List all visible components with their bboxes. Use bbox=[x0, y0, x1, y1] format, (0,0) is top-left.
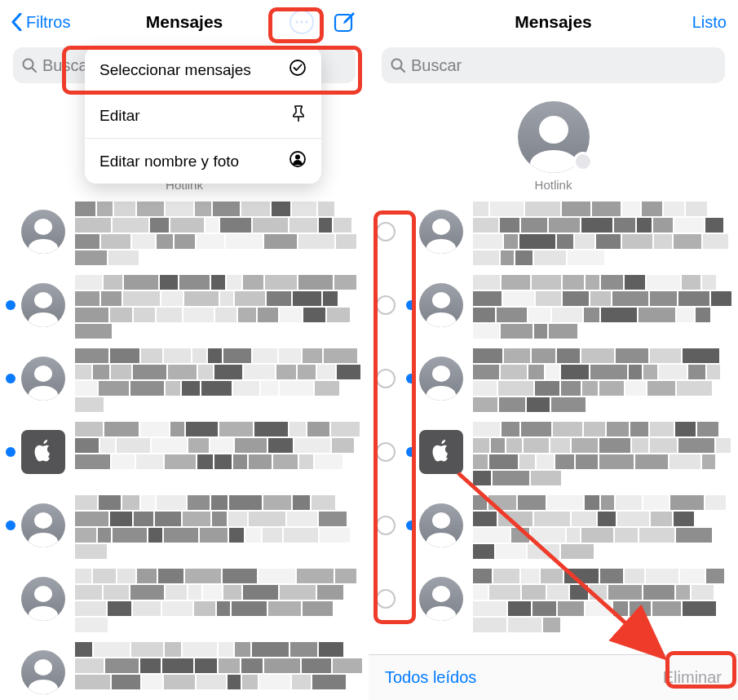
selection-checkbox[interactable] bbox=[369, 589, 403, 609]
svg-point-3 bbox=[305, 20, 307, 23]
delete-button[interactable]: Eliminar bbox=[663, 668, 722, 687]
conversation-row[interactable] bbox=[0, 562, 369, 636]
menu-edit-name-photo[interactable]: Editar nombre y foto bbox=[85, 139, 321, 184]
conversation-row[interactable] bbox=[369, 415, 738, 489]
search-placeholder: Buscar bbox=[411, 56, 462, 75]
selection-checkbox[interactable] bbox=[369, 516, 403, 535]
contact-avatar bbox=[21, 283, 65, 327]
contact-avatar bbox=[419, 210, 463, 254]
contact-avatar bbox=[21, 503, 65, 547]
mark-all-read-button[interactable]: Todos leídos bbox=[385, 668, 476, 687]
checkmark-circle-icon bbox=[289, 59, 307, 81]
svg-line-12 bbox=[401, 69, 405, 73]
contact-avatar bbox=[21, 210, 65, 254]
panel-right: Mensajes Listo Buscar Hotlink Todos leíd… bbox=[369, 0, 738, 700]
conversation-row[interactable] bbox=[369, 195, 738, 268]
unread-dot bbox=[406, 374, 416, 383]
message-preview bbox=[75, 348, 362, 409]
contact-avatar bbox=[419, 283, 463, 327]
context-menu: Seleccionar mensajes Editar Editar nombr… bbox=[85, 47, 321, 184]
message-preview bbox=[75, 569, 362, 629]
conversation-row[interactable] bbox=[369, 342, 738, 415]
message-preview bbox=[473, 202, 731, 262]
message-preview bbox=[75, 422, 362, 482]
pinned-label: Hotlink bbox=[535, 178, 572, 192]
conversation-row[interactable] bbox=[369, 268, 738, 342]
unread-dot bbox=[6, 300, 15, 310]
selection-checkbox[interactable] bbox=[369, 222, 403, 241]
menu-select-messages[interactable]: Seleccionar mensajes bbox=[85, 47, 321, 93]
unread-dot bbox=[406, 300, 416, 310]
menu-edit[interactable]: Editar bbox=[85, 93, 321, 139]
unread-dot bbox=[6, 374, 15, 383]
back-label: Filtros bbox=[26, 13, 70, 32]
more-icon[interactable] bbox=[289, 9, 315, 35]
svg-point-7 bbox=[290, 60, 305, 75]
search-icon bbox=[390, 57, 406, 73]
message-preview bbox=[473, 275, 731, 335]
contact-avatar bbox=[419, 577, 463, 621]
conversation-row[interactable] bbox=[0, 489, 369, 562]
selection-checkbox[interactable] bbox=[369, 369, 403, 388]
conversation-row[interactable] bbox=[0, 342, 369, 415]
unread-dot bbox=[406, 521, 416, 530]
contact-avatar bbox=[21, 650, 65, 694]
message-preview bbox=[75, 495, 362, 556]
apple-avatar-icon bbox=[21, 430, 65, 474]
unread-dot bbox=[406, 447, 416, 457]
contact-avatar bbox=[419, 357, 463, 401]
search-input[interactable]: Buscar bbox=[382, 47, 725, 83]
chevron-left-icon bbox=[11, 12, 23, 32]
pinned-contact[interactable]: Hotlink bbox=[369, 101, 738, 192]
svg-point-10 bbox=[295, 155, 300, 160]
conversation-row[interactable] bbox=[0, 415, 369, 489]
message-preview bbox=[473, 495, 731, 556]
message-preview bbox=[75, 275, 362, 335]
svg-line-6 bbox=[33, 69, 37, 73]
conversation-row[interactable] bbox=[369, 489, 738, 562]
menu-label: Seleccionar mensajes bbox=[99, 61, 251, 79]
message-preview bbox=[473, 348, 731, 409]
menu-label: Editar bbox=[99, 107, 140, 125]
person-circle-icon bbox=[289, 150, 307, 172]
message-preview bbox=[75, 202, 362, 262]
svg-point-5 bbox=[24, 60, 33, 69]
conversation-row[interactable] bbox=[0, 636, 369, 700]
message-preview bbox=[75, 642, 362, 700]
svg-point-1 bbox=[295, 20, 298, 23]
header-left-panel: Filtros Mensajes bbox=[0, 0, 369, 44]
header-right-panel: Mensajes Listo bbox=[369, 0, 738, 44]
compose-icon[interactable] bbox=[333, 10, 357, 34]
page-title: Mensajes bbox=[515, 12, 592, 32]
footer-bar: Todos leídos Eliminar bbox=[369, 654, 738, 700]
back-button[interactable]: Filtros bbox=[11, 12, 70, 32]
conversation-row[interactable] bbox=[0, 195, 369, 268]
selection-checkbox[interactable] bbox=[369, 442, 403, 462]
conversation-row[interactable] bbox=[0, 268, 369, 342]
menu-label: Editar nombre y foto bbox=[99, 153, 239, 171]
pinned-status-badge bbox=[573, 152, 593, 171]
message-preview bbox=[473, 422, 731, 482]
contact-avatar bbox=[419, 503, 463, 547]
unread-dot bbox=[6, 521, 15, 530]
unread-dot bbox=[6, 447, 15, 457]
panel-left: Filtros Mensajes Buscar Hotlink Seleccio… bbox=[0, 0, 369, 700]
svg-point-2 bbox=[300, 20, 303, 23]
svg-point-11 bbox=[392, 60, 402, 69]
page-title: Mensajes bbox=[146, 12, 223, 32]
message-preview bbox=[473, 569, 731, 629]
contact-avatar bbox=[21, 357, 65, 401]
contact-avatar bbox=[21, 577, 65, 621]
pin-icon bbox=[290, 104, 307, 126]
conversation-list bbox=[0, 195, 369, 700]
selection-checkbox[interactable] bbox=[369, 295, 403, 315]
conversation-list bbox=[369, 195, 738, 654]
search-icon bbox=[21, 57, 38, 73]
conversation-row[interactable] bbox=[369, 562, 738, 636]
apple-avatar-icon bbox=[419, 430, 463, 474]
done-button[interactable]: Listo bbox=[692, 13, 727, 32]
